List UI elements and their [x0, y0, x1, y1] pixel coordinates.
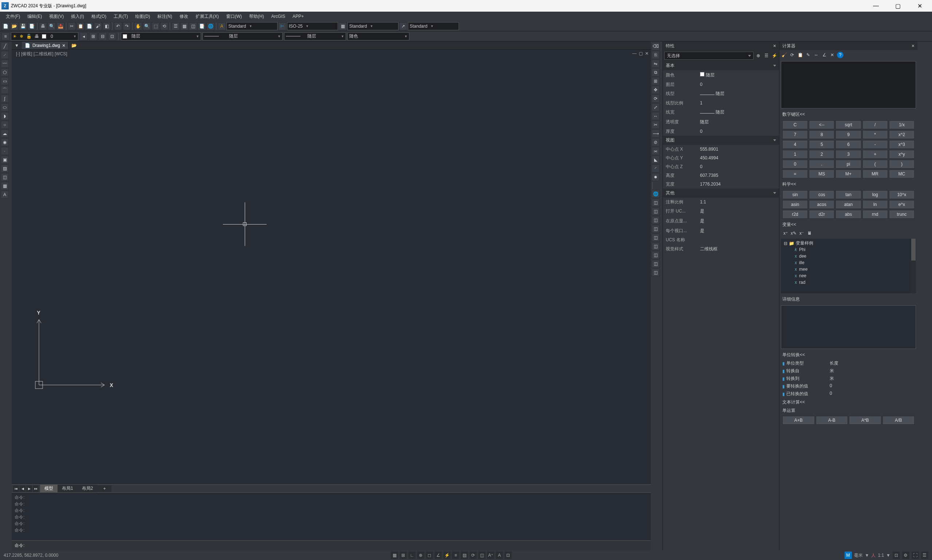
sci-section[interactable]: 科学<< [779, 180, 917, 189]
circle-icon[interactable]: ○ [1, 121, 9, 129]
grid-icon[interactable]: ▦ [391, 552, 398, 559]
layerw6-icon[interactable]: ◫ [651, 242, 660, 250]
props-icon[interactable]: ☰ [171, 22, 179, 30]
calc-key-trunc[interactable]: trunc [889, 210, 915, 219]
match-icon[interactable]: 🖌 [94, 22, 102, 30]
ws-icon[interactable]: ⊡ [505, 552, 512, 559]
layerw7-icon[interactable]: ◫ [651, 251, 660, 259]
var-calc-icon[interactable]: 🖩 [806, 230, 813, 237]
linetype-select[interactable]: 随层▼ [202, 32, 282, 40]
copy2-icon[interactable]: ⎘ [651, 51, 660, 59]
calc-display[interactable] [781, 61, 916, 108]
cut-icon[interactable]: ✂ [68, 22, 76, 30]
calc-key-)[interactable]: ) [889, 160, 915, 168]
unit-value[interactable]: 米 [830, 368, 834, 374]
calc-key-abs[interactable]: abs [835, 210, 861, 219]
layerw9-icon[interactable]: ◫ [651, 269, 660, 277]
drawing-canvas[interactable]: [-] [俯视] [二维线框] [WCS] — ▢ ✕ X Y [12, 49, 651, 484]
prop-value[interactable]: 随层 [699, 71, 776, 79]
anno-icon[interactable]: A⁺ [487, 552, 494, 559]
calc-key-6[interactable]: 6 [835, 140, 861, 149]
detail-section[interactable]: 详细信息 [779, 295, 917, 304]
prop-value[interactable]: 555.8901 [699, 146, 776, 152]
break-icon[interactable]: ⊘ [651, 138, 660, 146]
calc-key-0[interactable]: 0 [782, 160, 808, 168]
text-section[interactable]: 文本计算<< [779, 398, 917, 407]
calc-key-MC[interactable]: MC [889, 169, 915, 178]
calc-key-2[interactable]: 2 [809, 150, 835, 158]
calc-close-icon[interactable]: × [912, 43, 915, 49]
menu-ext[interactable]: 扩展工具(X) [192, 13, 222, 20]
lineweight-select[interactable]: 随层▼ [284, 32, 346, 40]
open-doc-icon[interactable]: 📂 [68, 42, 80, 49]
region-icon[interactable]: ◫ [1, 173, 9, 181]
copy-icon[interactable]: 📋 [77, 22, 85, 30]
menu-appplus[interactable]: APP+ [289, 13, 307, 20]
vp-close-icon[interactable]: ✕ [645, 51, 649, 56]
var-item[interactable]: kPhi [784, 246, 913, 253]
layerw2-icon[interactable]: ◫ [651, 208, 660, 215]
prop-value[interactable]: 1 [699, 100, 776, 106]
calc-getdist-icon[interactable]: ↔ [813, 52, 819, 58]
point-icon[interactable]: · [1, 147, 9, 155]
prop-value[interactable]: 是 [699, 227, 776, 235]
var-item[interactable]: xdee [784, 253, 913, 260]
calc-getangle-icon[interactable]: ∠ [821, 52, 827, 58]
mleader-style-icon[interactable]: ↗ [399, 22, 407, 30]
unit-value[interactable]: 0 [830, 383, 832, 389]
plot-icon[interactable]: 🖶 [39, 22, 47, 30]
vp-max-icon[interactable]: ▢ [639, 51, 643, 56]
cycle-icon[interactable]: ⟳ [469, 552, 477, 559]
tab-model[interactable]: 模型 [40, 485, 57, 492]
polygon-icon[interactable]: ⬠ [1, 68, 9, 76]
hatch-icon[interactable]: ▨ [1, 165, 9, 172]
mtext-icon[interactable]: A [1, 191, 9, 198]
calc-key-rnd[interactable]: rnd [863, 210, 888, 219]
section-misc[interactable]: 其他 [663, 188, 779, 198]
selection-select[interactable]: 无选择 [664, 52, 753, 60]
calc-key-sin[interactable]: sin [782, 190, 808, 199]
new-icon[interactable]: 📄 [2, 22, 9, 30]
extend-icon[interactable]: ⟶ [651, 129, 660, 137]
lw-icon[interactable]: ≡ [452, 552, 459, 559]
prop-value[interactable]: 607.7385 [699, 172, 776, 178]
menu-arcgis[interactable]: ArcGIS [268, 13, 289, 20]
view-label[interactable]: [-] [俯视] [二维线框] [WCS] [16, 51, 67, 57]
maximize-button[interactable]: ▢ [890, 0, 905, 11]
calc-help-icon[interactable]: ? [837, 52, 844, 58]
status-menu-icon[interactable]: ☰ [921, 552, 928, 559]
save-icon[interactable]: 💾 [19, 22, 27, 30]
gear-icon[interactable]: ⚙ [902, 552, 909, 559]
pan-icon[interactable]: ✋ [134, 22, 142, 30]
calc-key-e^x[interactable]: e^x [889, 200, 915, 209]
calc-key-A/B[interactable]: A/B [883, 416, 915, 425]
var-edit-icon[interactable]: x✎ [790, 230, 797, 237]
stretch-icon[interactable]: ↔ [651, 112, 660, 120]
menu-dim[interactable]: 标注(N) [154, 13, 176, 20]
select-obj-icon[interactable]: ☰ [763, 52, 770, 59]
coords-readout[interactable]: 417.2285, 562.8972, 0.0000 [4, 553, 58, 558]
arc-icon[interactable]: ⌒ [1, 86, 9, 94]
color-select[interactable]: 随层▼ [121, 32, 201, 40]
calc-history-icon[interactable]: ⟳ [789, 52, 795, 58]
calc-key-/[interactable]: / [863, 120, 888, 129]
calc-key-x^3[interactable]: x^3 [889, 140, 915, 149]
layerw4-icon[interactable]: ◫ [651, 225, 660, 233]
prop-value[interactable]: 450.4994 [699, 155, 776, 161]
block-icon[interactable]: ◧ [103, 22, 111, 30]
calc-key-([interactable]: ( [863, 160, 888, 168]
prop-value[interactable]: 1776.2034 [699, 181, 776, 188]
prop-value[interactable]: 是 [699, 217, 776, 225]
sheet-icon[interactable]: 📑 [198, 22, 206, 30]
calc-key-8[interactable]: 8 [809, 130, 835, 139]
var-del-icon[interactable]: x⁻ [798, 230, 805, 237]
zoom-icon[interactable]: 🔍 [143, 22, 151, 30]
unit-section[interactable]: 单位转换<< [779, 351, 917, 360]
calc-key-.[interactable]: . [809, 160, 835, 168]
layer-select[interactable]: ☀ ❄ 🔓 🖶 0 ▼ [11, 32, 78, 40]
fullscreen-icon[interactable]: ⛶ [912, 552, 919, 559]
calc-key-asin[interactable]: asin [782, 200, 808, 209]
zoomprev-icon[interactable]: ⟲ [160, 22, 168, 30]
modelpaper-icon[interactable]: M [845, 552, 852, 559]
calc-key-9[interactable]: 9 [835, 130, 861, 139]
